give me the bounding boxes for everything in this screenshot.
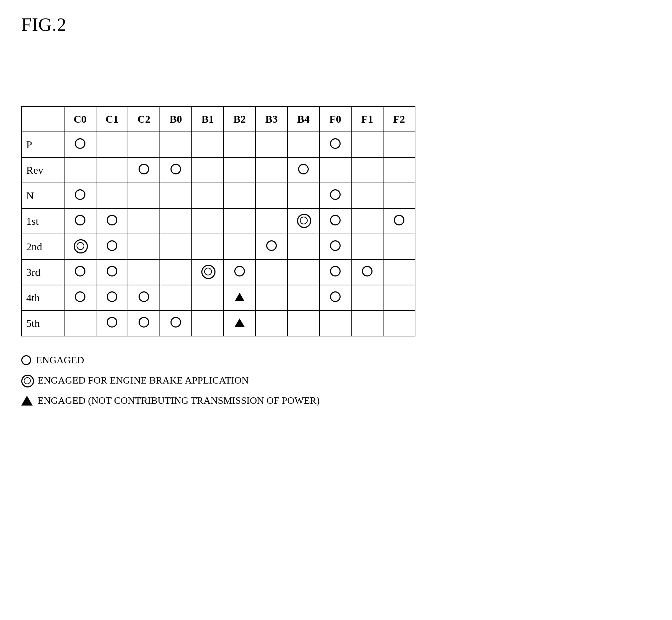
cell-r0-c0	[64, 132, 96, 157]
cell-r4-c10	[383, 234, 415, 259]
cell-r7-c10	[383, 311, 415, 336]
cell-r3-c9	[351, 208, 383, 234]
legend-symbol-triangle	[21, 396, 33, 406]
table-header-row: C0C1C2B0B1B2B3B4F0F1F2	[22, 106, 415, 132]
cell-r4-c2	[128, 234, 160, 259]
cell-r5-c10	[383, 259, 415, 285]
cell-r0-c10	[383, 132, 415, 157]
symbol-circle	[234, 266, 245, 277]
cell-r4-c6	[256, 234, 287, 259]
symbol-circle	[139, 164, 149, 174]
cell-r4-c4	[192, 234, 224, 259]
cell-r6-c2	[128, 285, 160, 311]
cell-r7-c0	[64, 311, 96, 336]
cell-r3-c7	[287, 208, 319, 234]
legend-text-not-contributing: ENGAGED (NOT CONTRIBUTING TRANSMISSION O…	[38, 391, 320, 410]
symbol-circle	[330, 138, 341, 149]
cell-r6-c0	[64, 285, 96, 311]
cell-r0-c5	[224, 132, 256, 157]
cell-r7-c5	[224, 311, 256, 336]
row-label-n: N	[22, 183, 64, 208]
cell-r5-c2	[128, 259, 160, 285]
row-label-2nd: 2nd	[22, 234, 64, 259]
figure-title: FIG.2	[21, 14, 651, 35]
cell-r6-c8	[319, 285, 351, 311]
cell-r5-c3	[160, 259, 192, 285]
symbol-double-circle	[201, 265, 214, 278]
table-row: 2nd	[22, 234, 415, 259]
cell-r2-c9	[351, 183, 383, 208]
cell-r0-c7	[287, 132, 319, 157]
symbol-circle	[170, 317, 181, 328]
symbol-circle	[107, 317, 117, 328]
cell-r5-c1	[96, 259, 128, 285]
symbol-triangle	[235, 293, 245, 301]
legend-item-not-contributing: ENGAGED (NOT CONTRIBUTING TRANSMISSION O…	[21, 391, 651, 410]
symbol-circle	[362, 266, 373, 277]
cell-r3-c6	[256, 208, 287, 234]
cell-r4-c1	[96, 234, 128, 259]
cell-r3-c0	[64, 208, 96, 234]
cell-r5-c4	[192, 259, 224, 285]
cell-r7-c1	[96, 311, 128, 336]
cell-r1-c8	[319, 157, 351, 183]
cell-r0-c2	[128, 132, 160, 157]
table-row: Rev	[22, 157, 415, 183]
table-row: 5th	[22, 311, 415, 336]
cell-r7-c7	[287, 311, 319, 336]
cell-r5-c0	[64, 259, 96, 285]
cell-r0-c6	[256, 132, 287, 157]
cell-r7-c6	[256, 311, 287, 336]
cell-r4-c5	[224, 234, 256, 259]
cell-r5-c6	[256, 259, 287, 285]
cell-r1-c3	[160, 157, 192, 183]
legend-symbol-o	[21, 355, 31, 365]
legend-text-engaged: ENGAGED	[36, 351, 84, 369]
row-label-p: P	[22, 132, 64, 157]
table-row: N	[22, 183, 415, 208]
symbol-circle	[139, 317, 149, 328]
cell-r4-c7	[287, 234, 319, 259]
cell-r1-c10	[383, 157, 415, 183]
cell-r5-c7	[287, 259, 319, 285]
cell-r6-c7	[287, 285, 319, 311]
cell-r0-c3	[160, 132, 192, 157]
symbol-triangle	[235, 318, 245, 327]
symbol-double-circle	[297, 214, 310, 227]
symbol-circle	[298, 164, 309, 174]
cell-r0-c1	[96, 132, 128, 157]
symbol-circle	[330, 215, 341, 225]
symbol-circle	[75, 138, 85, 149]
cell-r3-c3	[160, 208, 192, 234]
legend-section: ENGAGED ENGAGED FOR ENGINE BRAKE APPLICA…	[21, 351, 651, 410]
cell-r5-c9	[351, 259, 383, 285]
cell-r3-c4	[192, 208, 224, 234]
cell-r7-c3	[160, 311, 192, 336]
cell-r2-c8	[319, 183, 351, 208]
cell-r0-c4	[192, 132, 224, 157]
header-B0: B0	[160, 106, 192, 132]
header-C1: C1	[96, 106, 128, 132]
symbol-circle	[330, 291, 341, 302]
table-row: 3rd	[22, 259, 415, 285]
cell-r2-c4	[192, 183, 224, 208]
cell-r3-c2	[128, 208, 160, 234]
cell-r2-c1	[96, 183, 128, 208]
cell-r2-c3	[160, 183, 192, 208]
table-row: 4th	[22, 285, 415, 311]
cell-r2-c10	[383, 183, 415, 208]
legend-item-engine-brake: ENGAGED FOR ENGINE BRAKE APPLICATION	[21, 371, 651, 390]
header-B2: B2	[224, 106, 256, 132]
symbol-circle	[394, 215, 404, 225]
header-B3: B3	[256, 106, 287, 132]
cell-r2-c5	[224, 183, 256, 208]
row-label-1st: 1st	[22, 208, 64, 234]
row-label-rev: Rev	[22, 157, 64, 183]
cell-r1-c5	[224, 157, 256, 183]
cell-r6-c9	[351, 285, 383, 311]
symbol-circle	[139, 291, 149, 302]
cell-r4-c3	[160, 234, 192, 259]
header-F0: F0	[319, 106, 351, 132]
cell-r2-c7	[287, 183, 319, 208]
cell-r5-c8	[319, 259, 351, 285]
